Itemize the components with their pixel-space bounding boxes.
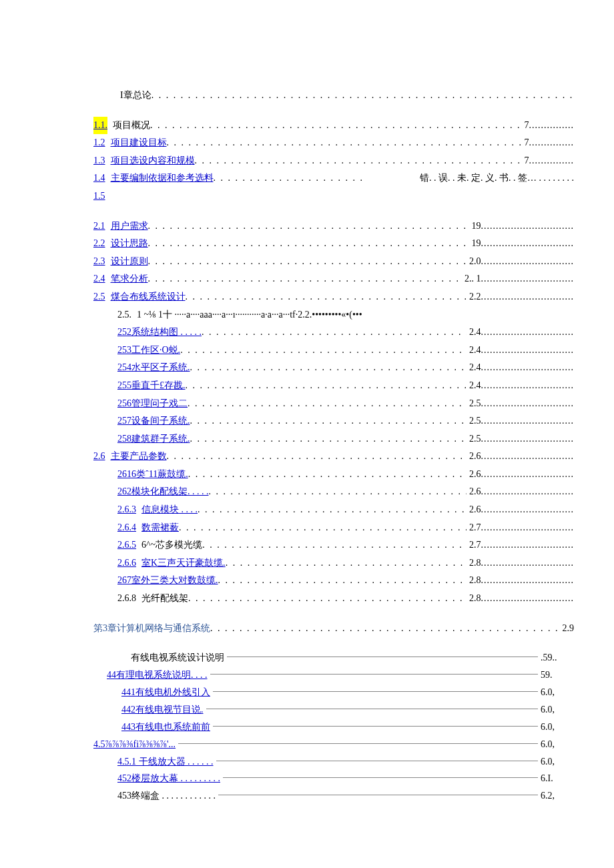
toc-entry-number: 2.6.8 — [117, 590, 136, 608]
toc-leader-dots: . . . . . . . . . . . . . . . . . . . . … — [190, 359, 467, 377]
toc-trail-dots: ............................... — [481, 590, 575, 608]
toc-table-label[interactable]: 442有线电视节目说. — [121, 705, 204, 715]
toc-entry-label[interactable]: 256管理问子戏二 — [117, 395, 188, 413]
toc-entry-number[interactable]: 2.2 — [93, 235, 105, 253]
toc-entry-label[interactable]: 煤合布线系统设计 — [111, 288, 186, 306]
toc-table-label: 有线电视系统设计说明 — [131, 653, 224, 663]
toc-entry-number[interactable]: 2.1 — [93, 218, 105, 236]
toc-entry-label[interactable]: 252系统结构图 . . . . . — [117, 324, 202, 342]
toc-entry-label[interactable]: 主要产品参数 — [111, 448, 167, 466]
toc-table-rule — [216, 751, 539, 761]
toc-entry-number[interactable]: 2.6.4 — [117, 519, 136, 537]
toc-page-number: 2.5 — [467, 395, 481, 413]
toc-entry-label[interactable]: 258建筑群子系统. — [117, 430, 190, 448]
toc-leader-dots: . . . . . . . . . . . . . . . . . . . . … — [188, 466, 467, 484]
toc-entry: 2.6.4 数需裙薮 . . . . . . . . . . . . . . .… — [93, 519, 574, 537]
toc-table-label[interactable]: 4.5.1 干线放大器 . . . . . . — [117, 757, 214, 767]
toc-entry-number[interactable]: 1.5 — [93, 187, 105, 205]
toc-entry-label[interactable]: 信息模块 . . . . — [141, 501, 198, 519]
toc-entry-number[interactable]: 2.4 — [93, 270, 105, 288]
toc-entry-label[interactable]: 项目建设目标 — [111, 134, 167, 152]
toc-table-label[interactable]: 452楼层放大幕 . . . . . . . . . — [117, 773, 220, 783]
toc-page-number: 2.7 — [467, 536, 481, 554]
toc-entry-label[interactable]: 室K三声天讦豪鼓缆. — [141, 554, 226, 572]
toc-page-number: 2.0 — [467, 253, 481, 271]
toc-trail-dots: ............................... — [481, 395, 575, 413]
toc-trail-dots: ............................... — [481, 466, 575, 484]
toc-lower-table: 有线电视系统设计说明.59..44有理电视系统说明. . . .59.441有线… — [93, 649, 574, 805]
toc-leader-dots: . . . . . . . . . . . . . . . . . . . . … — [214, 169, 418, 187]
toc-entry-label[interactable]: 主要编制依据和参考选料 — [111, 169, 214, 187]
toc-entry-label[interactable]: 267室外三类大对数鼓缆. — [117, 572, 218, 590]
toc-leader-dots: . . . . . . . . . . . . . . . . . . . . … — [180, 342, 467, 360]
toc-entry-number[interactable]: 1.4 — [93, 169, 105, 187]
toc-trail-dots: ............................... — [481, 501, 575, 519]
toc-page-number: 错. . 误. . 未. 定. 义. 书. . 签… . . . . . . .… — [417, 169, 574, 187]
toc-leader-dots: . . . . . . . . . . . . . . . . . . . . … — [209, 483, 467, 501]
toc-entry-label[interactable]: 253工作区·O蜕. — [117, 342, 180, 360]
toc-entry: 2.5.1 ~⅛ 1十 ·····a····aaa····a···ı······… — [93, 306, 574, 324]
toc-entry-label[interactable]: 254水平区子系统. — [117, 359, 190, 377]
toc-table-page: 6.2, — [541, 787, 574, 805]
toc-page-number: 7 — [522, 117, 529, 135]
toc-leader-dots: . . . . . . . . . . . . . . . . . . . . … — [190, 412, 467, 430]
toc-leader-dots: . . . . . . . . . . . . . . . . . . . . … — [188, 590, 467, 608]
toc-entry: 2.6.6 室K三声天讦豪鼓缆. . . . . . . . . . . . .… — [93, 554, 574, 572]
toc-entry-label[interactable]: 257设备间子系统. — [117, 412, 190, 430]
toc-page-number: 2.8 — [467, 590, 481, 608]
toc-leader-dots: . . . . . . . . . . . . . . . . . . . . … — [202, 324, 467, 342]
toc-entry-label[interactable]: 设计原则 — [111, 253, 148, 271]
toc-trail-dots: ............................... — [481, 253, 575, 271]
toc-entry-number[interactable]: 2.6 — [93, 448, 105, 466]
toc-table-label[interactable]: 44有理电视系统说明. . . . — [107, 670, 208, 680]
toc-page-number: 2.6 — [467, 501, 481, 519]
table-of-contents: I章总论. . . . . . . . . . . . . . . . . . … — [93, 87, 574, 649]
toc-table-rule — [206, 699, 539, 709]
toc-trail-dots: ............................... — [481, 342, 575, 360]
toc-entry-number[interactable]: 2.6.6 — [117, 554, 136, 572]
toc-entry: 253工作区·O蜕. . . . . . . . . . . . . . . .… — [93, 342, 574, 360]
toc-trail-dots: ............................... — [481, 324, 575, 342]
toc-entry-number[interactable]: 1.2 — [93, 134, 105, 152]
toc-entry-label[interactable]: 255垂直千£存戡. — [117, 377, 186, 395]
toc-table-row: 453终端盒 . . . . . . . . . . . .6.2, — [93, 787, 574, 805]
toc-entry: 256管理问子戏二. . . . . . . . . . . . . . . .… — [93, 395, 574, 413]
toc-entry-number[interactable]: 1.3 — [93, 152, 105, 170]
toc-table-page: 6.0, — [541, 684, 574, 701]
toc-entry-label[interactable]: 用户需求 — [111, 218, 148, 236]
toc-entry-number[interactable]: 2.6.3 — [117, 501, 136, 519]
toc-table-label[interactable]: 441有线电机外线引入 — [121, 687, 210, 697]
toc-table-label[interactable]: 4.5⅞⅞⅞⅜fi⅞⅜⅜⅞'... — [93, 739, 176, 749]
toc-entry-label[interactable]: 设计思路 — [111, 235, 148, 253]
toc-leader-dots: . . . . . . . . . . . . . . . . . . . . … — [148, 253, 467, 271]
toc-trail-dots: ............................... — [481, 519, 575, 537]
toc-entry-label[interactable]: 2616类ˆ11蕨鼓缆. — [117, 466, 188, 484]
toc-entry-label: 项目概况 — [113, 117, 150, 135]
toc-entry-number[interactable]: 2.5 — [93, 288, 105, 306]
toc-entry-label[interactable]: 项目选设内容和规模 — [111, 152, 195, 170]
toc-entry-number[interactable]: 1.1. — [93, 117, 107, 135]
toc-entry-number[interactable]: 2.3 — [93, 253, 105, 271]
toc-entry: 258建筑群子系统. . . . . . . . . . . . . . . .… — [93, 430, 574, 448]
toc-trail-dots: ............................... — [481, 536, 575, 554]
toc-entry: 2.1 用户需求. . . . . . . . . . . . . . . . … — [93, 218, 574, 236]
toc-leader-dots: . . . . . . . . . . . . . . . . . . . . … — [186, 288, 467, 306]
toc-entry: 1.3 项目选设内容和规模. . . . . . . . . . . . . .… — [93, 152, 574, 170]
toc-page-number: 7 — [522, 152, 529, 170]
toc-table-rule — [218, 785, 538, 795]
toc-entry: I章总论. . . . . . . . . . . . . . . . . . … — [93, 87, 574, 105]
toc-leader-dots: . . . . . . . . . . . . . . . . . . . . … — [188, 395, 467, 413]
toc-entry: 1.4 主要编制依据和参考选料 . . . . . . . . . . . . … — [93, 169, 574, 187]
toc-entry-number[interactable]: 2.6.5 — [117, 536, 136, 554]
toc-leader-dots: . . . . . . . . . . . . . . . . . . . . … — [218, 572, 467, 590]
toc-page-number: 2.4 — [467, 377, 481, 395]
toc-entry-label[interactable]: 数需裙薮 — [141, 519, 179, 537]
toc-page-number: 19 — [469, 218, 481, 236]
toc-trail-dots: ............... — [529, 117, 575, 135]
toc-table-label[interactable]: 443有线电也系统前前 — [121, 722, 210, 732]
toc-trail-dots: ............................... — [481, 430, 575, 448]
toc-gap — [93, 608, 574, 620]
toc-entry-label[interactable]: 262模块化配线架. . . . . — [117, 483, 209, 501]
toc-table-rule — [223, 768, 538, 778]
toc-entry-label[interactable]: 笔求分析 — [111, 270, 148, 288]
